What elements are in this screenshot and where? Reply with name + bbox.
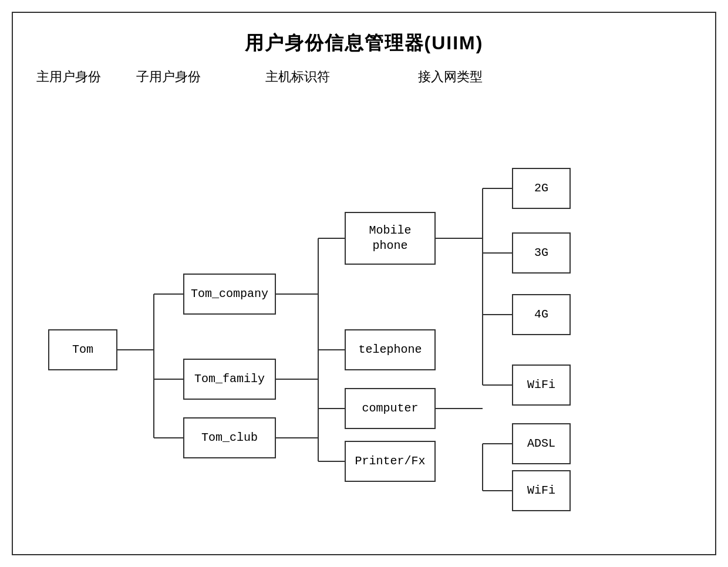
printer-fx-box: Printer/Fx: [345, 441, 436, 482]
main-container: 用户身份信息管理器(UIIM) 主用户身份 子用户身份 主机标识符 接入网类型: [12, 12, 716, 555]
computer-box: computer: [345, 388, 436, 429]
column-headers: 主用户身份 子用户身份 主机标识符 接入网类型: [13, 68, 715, 86]
net-2g-box: 2G: [512, 168, 571, 209]
tom-box: Tom: [48, 329, 117, 370]
net-4g-box: 4G: [512, 294, 571, 335]
mobile-phone-box: Mobile phone: [345, 212, 436, 265]
diagram: Tom Tom_company Tom_family Tom_club Mobi…: [13, 97, 715, 538]
net-adsl-box: ADSL: [512, 423, 571, 464]
tom-club-box: Tom_club: [183, 417, 276, 458]
net-3g-box: 3G: [512, 232, 571, 274]
net-wifi2-box: WiFi: [512, 470, 571, 511]
tom-family-box: Tom_family: [183, 359, 276, 400]
page-title: 用户身份信息管理器(UIIM): [13, 13, 715, 68]
tom-company-box: Tom_company: [183, 274, 276, 315]
col-header-2: 子用户身份: [136, 68, 265, 86]
col-header-3: 主机标识符: [265, 68, 418, 86]
col-header-1: 主用户身份: [36, 68, 136, 86]
telephone-box: telephone: [345, 329, 436, 370]
net-wifi1-box: WiFi: [512, 365, 571, 406]
col-header-4: 接入网类型: [418, 68, 535, 86]
